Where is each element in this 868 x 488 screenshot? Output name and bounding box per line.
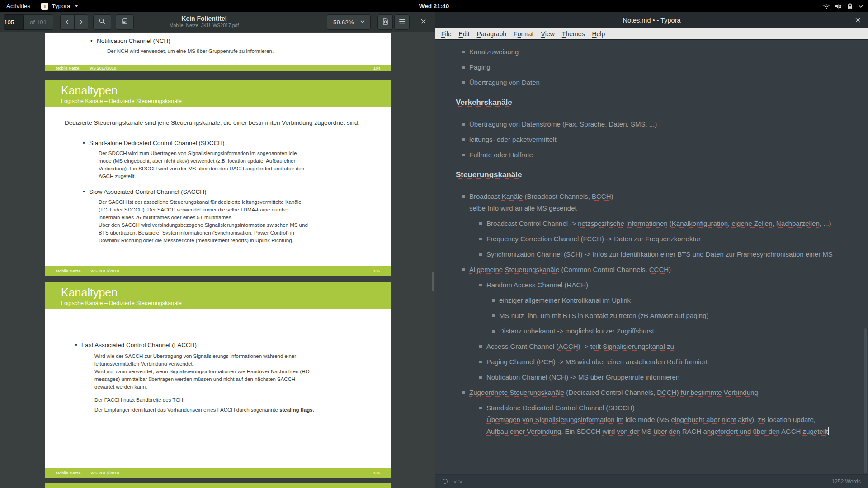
bullet-marker-icon [479, 361, 482, 363]
chevron-down-icon [359, 19, 366, 26]
editor-list-item[interactable]: Access Grant Channel (AGCH) -> teilt Sig… [456, 341, 850, 352]
pdf-page-107[interactable] [45, 483, 391, 488]
bullet-marker-icon [479, 376, 482, 379]
editor-list-item[interactable]: Paging [456, 61, 850, 73]
bullet-marker-icon [462, 66, 465, 69]
search-button[interactable] [93, 14, 111, 30]
pdf-canvas[interactable]: •Notification Channel (NCH) Der NCH wird… [0, 32, 435, 488]
markdown-editor[interactable]: KanalzuweisungPagingÜbertragung von Date… [435, 40, 868, 474]
editor-list-item[interactable]: Standalone Dedicated Control Channel (SD… [456, 402, 850, 437]
slide-paragraph: Der SDCCH wird zum Übertragen von Signal… [99, 150, 311, 180]
editor-list-item[interactable]: Übertragung von Datenströme (Fax, Sprach… [456, 118, 850, 130]
editor-list-item[interactable]: einziger allgemeiner Kontrollkanal im Up… [456, 295, 850, 306]
editor-list-item[interactable]: Broadcast Control Channel -> netzspezifi… [456, 218, 850, 230]
slide-bullet-title: Notification Channel (NCH) [97, 37, 170, 45]
slide-paragraph: Der NCH wird verwendet, um eine MS über … [107, 47, 333, 55]
footer-term: WS 2017/2018 [90, 268, 119, 273]
battery-icon [846, 3, 854, 10]
slide-intro: Dedizierte Steuerungskanäle sind jene St… [65, 119, 368, 127]
bullet-marker-icon [462, 138, 465, 141]
editor-heading[interactable]: Verkehrskanäle [456, 98, 850, 108]
editor-list-item[interactable]: Übertragung von Daten [456, 77, 850, 89]
zoom-level-value: 59.62% [333, 19, 354, 26]
outline-circle-icon[interactable] [443, 479, 448, 484]
menu-edit[interactable]: Edit [455, 28, 473, 40]
typora-close-button[interactable] [851, 12, 864, 28]
editor-scrollbar[interactable] [864, 328, 867, 473]
editor-list-item[interactable]: Frequency Correction Channel (FCCH) -> D… [456, 233, 850, 245]
editor-list-item[interactable]: Zugeordnete Steuerungskanäle (Dedicated … [456, 387, 850, 399]
menu-help[interactable]: Help [588, 28, 609, 40]
bullet-marker-icon [462, 154, 465, 156]
menu-file[interactable]: File [438, 28, 455, 40]
hamburger-icon [399, 18, 406, 26]
zoom-level-dropdown[interactable]: 59.62% [327, 14, 371, 30]
editor-list-item[interactable]: Notification Channel (NCH) -> MS über Gr… [456, 371, 850, 383]
menu-view[interactable]: View [537, 28, 558, 40]
slide-subtitle: Logische Kanäle – Dedizierte Steuerungsk… [61, 300, 382, 307]
menu-themes[interactable]: Themes [558, 28, 589, 40]
editor-list-item[interactable]: Broadcast Kanäle (Broadcast Channels, BC… [456, 191, 850, 214]
editor-list-item[interactable]: Paging Channel (PCH) -> MS wird über ein… [456, 356, 850, 368]
slide-bullet-title: Fast Associated Control Channel (FACCH) [81, 341, 197, 349]
footer-course: Mobile Netze [56, 66, 80, 70]
slide-bullet-title: Stand-alone Dedicated Control Channel (S… [89, 139, 224, 147]
slide-title: Kanaltypen [61, 286, 382, 299]
bullet-icon: • [90, 37, 97, 45]
slide-footer: Mobile Netze WS 2017/2018 106 [45, 468, 391, 478]
editor-heading[interactable]: Steuerungskanäle [456, 170, 850, 180]
pdf-toolbar: of 191 Kein Folientitel Mobile_Netze_JKU… [0, 12, 435, 32]
pdf-page-106[interactable]: Kanaltypen Logische Kanäle – Dedizierte … [45, 282, 391, 478]
slide-page-number: 104 [373, 66, 380, 70]
bullet-icon: • [75, 341, 81, 349]
editor-list-item[interactable]: Distanz unbekannt -> möglichst kurzer Zu… [456, 325, 850, 337]
bullet-marker-icon [479, 345, 482, 348]
page-number-input[interactable] [4, 14, 24, 30]
editor-list-item[interactable]: Synchronization Channel (SCH) -> Infos z… [456, 249, 850, 260]
bullet-marker-icon [462, 391, 465, 394]
editor-list-item[interactable]: Kanalzuweisung [456, 46, 850, 58]
page-nav-group [60, 14, 88, 30]
window-title: Notes.md • - Typora [623, 17, 680, 24]
notes-list-icon [121, 18, 128, 27]
editor-list-item[interactable]: Fullrate oder Halfrate [456, 149, 850, 161]
editor-list-item[interactable]: MS nutz ihn, um mit BTS in Kontakt zu tr… [456, 310, 850, 322]
pdf-scrollbar[interactable] [432, 272, 434, 291]
volume-icon [835, 3, 842, 10]
editor-list-item[interactable]: Allgemeine Steuerungskanäle (Common Cont… [456, 264, 850, 276]
menu-paragraph[interactable]: Paragraph [473, 28, 510, 40]
pdf-window-close-button[interactable] [415, 14, 431, 30]
slide-paragraph: Der FACCH nutzt Bandbreite des TCH! [94, 396, 314, 404]
menu-format[interactable]: Format [510, 28, 537, 40]
bullet-marker-icon [462, 268, 465, 271]
bullet-marker-icon [492, 330, 495, 333]
editor-list-item[interactable]: Random Access Channel (RACH) [456, 279, 850, 291]
footer-course: Mobile Netze [56, 470, 80, 475]
next-page-button[interactable] [74, 14, 89, 30]
chevron-down-icon [858, 4, 863, 9]
gnome-top-bar: Activities T Typora Wed 21:40 [0, 0, 868, 12]
slide-subtitle: Logische Kanäle – Dedizierte Steuerungsk… [61, 98, 382, 105]
pdf-page-104[interactable]: •Notification Channel (NCH) Der NCH wird… [45, 33, 391, 71]
text-cursor [828, 427, 829, 435]
slide-paragraph: Der Empfänger identifiziert das Vorhande… [94, 406, 314, 414]
menu-button[interactable] [394, 14, 410, 30]
bullet-marker-icon [492, 314, 495, 317]
side-pane-button[interactable] [116, 14, 134, 30]
slide-paragraph: Wird wie der SACCH zur Übertragung von S… [94, 352, 314, 391]
page-total-label: of 191 [24, 14, 53, 30]
editor-list-item[interactable]: leitungs- oder paketvermittelt [456, 134, 850, 145]
close-icon [420, 18, 426, 26]
previous-page-button[interactable] [60, 14, 74, 30]
typora-titlebar[interactable]: Notes.md • - Typora [435, 12, 868, 28]
wifi-icon [823, 3, 830, 10]
system-tray[interactable] [823, 0, 863, 12]
clock[interactable]: Wed 21:40 [0, 0, 868, 12]
pdf-page-105[interactable]: Kanaltypen Logische Kanäle – Dedizierte … [45, 80, 391, 276]
document-preview-button[interactable] [377, 14, 393, 30]
source-code-mode-icon[interactable]: </> [454, 479, 462, 484]
search-icon [99, 18, 106, 27]
slide-paragraph: Der SACCH ist der assoziierte Steuerungs… [99, 198, 311, 244]
footer-term: WS 2017/2018 [90, 470, 119, 475]
word-count[interactable]: 1252 Words [832, 479, 861, 485]
